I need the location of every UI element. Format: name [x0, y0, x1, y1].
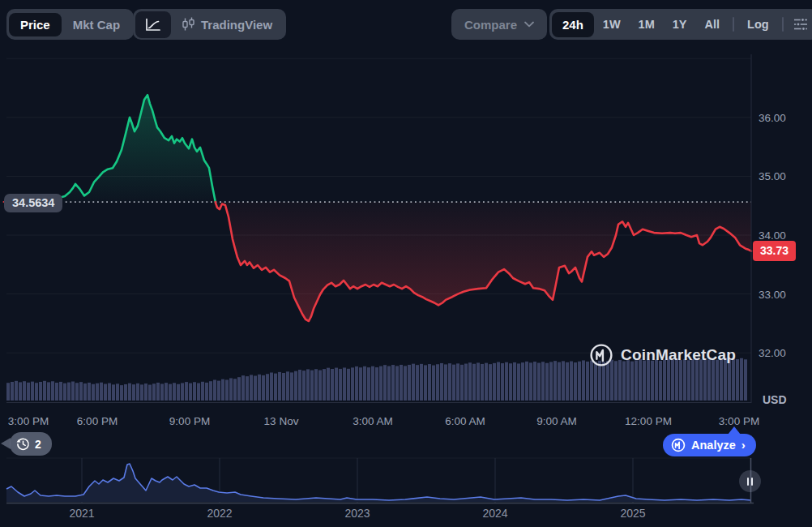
compare-button[interactable]: Compare [451, 9, 547, 40]
y-tick-32: 32.00 [759, 347, 786, 359]
chart-settings-button[interactable] [788, 17, 812, 32]
x-tick-5: 6:00 AM [445, 415, 485, 427]
x-tick-4: 3:00 AM [353, 415, 393, 427]
tab-line-chart[interactable] [135, 11, 171, 38]
currency-unit-label: USD [763, 393, 787, 406]
coinmarketcap-logo-icon [589, 343, 613, 367]
tab-mkt-cap[interactable]: Mkt Cap [62, 13, 131, 36]
analyze-label: Analyze [691, 439, 736, 452]
range-24h[interactable]: 24h [552, 12, 594, 37]
range-1w-label: 1W [603, 18, 621, 31]
down-area-fill [216, 202, 751, 321]
year-label-2024: 2024 [482, 507, 507, 520]
candlestick-icon [182, 17, 195, 32]
divider [782, 17, 784, 32]
last-price-badge: 33.73 [753, 241, 796, 261]
y-tick-36: 36.00 [759, 112, 786, 124]
range-all[interactable]: All [696, 12, 729, 36]
range-1m[interactable]: 1M [630, 12, 664, 36]
mktcap-tab-label: Mkt Cap [73, 18, 120, 32]
year-label-2022: 2022 [207, 507, 232, 520]
year-label-2025: 2025 [620, 507, 645, 520]
chevron-right-icon: › [741, 438, 746, 452]
log-label: Log [747, 18, 769, 31]
price-tab-label: Price [20, 18, 50, 32]
x-tick-1: 6:00 PM [77, 415, 118, 427]
sliders-icon [793, 17, 809, 32]
x-tick-6: 9:00 AM [536, 415, 577, 427]
range-1y-label: 1Y [673, 18, 687, 31]
range-1m-label: 1M [639, 18, 655, 31]
divider [733, 17, 734, 32]
range-24h-label: 24h [562, 18, 583, 32]
tab-tradingview[interactable]: TradingView [171, 17, 284, 32]
metric-toggle-group: Price Mkt Cap [6, 9, 134, 40]
chart-page: Price Mkt Cap TradingView Compare [0, 0, 812, 527]
tradingview-label: TradingView [201, 18, 282, 32]
y-tick-35: 35.00 [759, 170, 786, 182]
chevron-down-icon [524, 21, 534, 28]
baseline-price-badge: 34.5634 [4, 194, 62, 212]
x-tick-7: 12:00 PM [625, 415, 672, 427]
range-1y[interactable]: 1Y [664, 12, 696, 36]
range-1w[interactable]: 1W [594, 12, 630, 36]
minimap-area[interactable] [6, 464, 751, 502]
x-tick-3: 13 Nov [264, 415, 299, 427]
analyze-logo-icon [671, 438, 686, 452]
watermark-brand-text: CoinMarketCap [621, 346, 736, 364]
line-chart-icon [145, 18, 161, 32]
x-tick-0: 3:00 PM [8, 415, 49, 427]
minimap-handle[interactable] [739, 470, 761, 492]
history-count: 2 [35, 438, 41, 451]
analyze-button[interactable]: Analyze › [663, 434, 756, 456]
range-all-label: All [705, 18, 720, 31]
x-tick-8: 3:00 PM [719, 415, 759, 427]
range-selector-group: 24h 1W 1M 1Y All Log [549, 9, 812, 40]
chart-type-group: TradingView [133, 9, 286, 40]
watermark: CoinMarketCap [589, 343, 736, 367]
history-clock-icon [16, 437, 30, 451]
up-area-fill [6, 95, 216, 202]
tab-price[interactable]: Price [9, 13, 62, 36]
log-scale-toggle[interactable]: Log [738, 12, 778, 36]
year-label-2023: 2023 [344, 507, 370, 520]
history-button[interactable]: 2 [10, 432, 52, 456]
y-tick-33: 33.00 [759, 289, 786, 301]
compare-label: Compare [464, 18, 517, 32]
year-label-2021: 2021 [69, 507, 94, 520]
x-tick-2: 9:00 PM [169, 415, 210, 427]
y-tick-34: 34.00 [759, 229, 786, 242]
